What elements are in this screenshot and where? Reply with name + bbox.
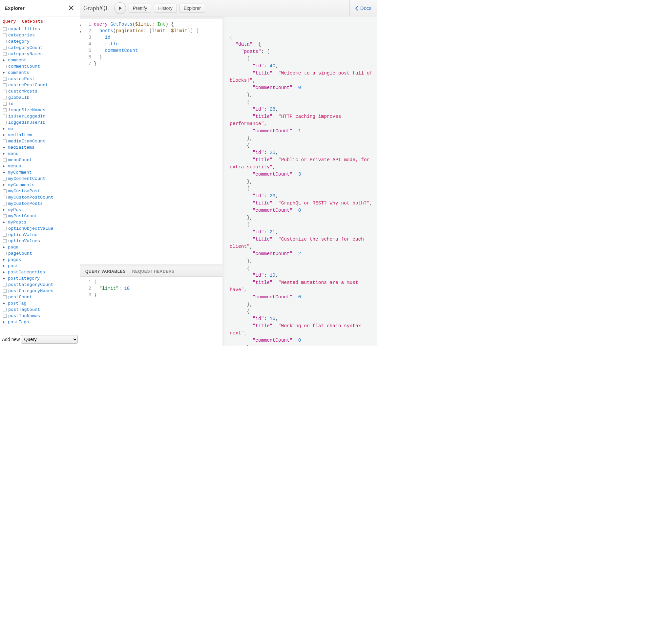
explorer-field-comments[interactable]: ▶comments: [2, 69, 78, 76]
chevron-right-icon: ▶: [3, 319, 6, 325]
explorer-field-category[interactable]: category: [2, 38, 78, 45]
explorer-field-customPost[interactable]: customPost: [2, 76, 78, 82]
tab-request-headers[interactable]: REQUEST HEADERS: [132, 269, 175, 274]
explorer-field-optionValue[interactable]: optionValue: [2, 232, 78, 238]
explorer-field-postTag[interactable]: ▶postTag: [2, 300, 78, 306]
field-label: mediaItemCount: [8, 138, 45, 145]
explorer-button[interactable]: Explorer: [180, 4, 205, 13]
explorer-field-menuCount[interactable]: menuCount: [2, 157, 78, 163]
checkbox-icon: [3, 33, 7, 37]
checkbox-icon: [3, 108, 7, 112]
explorer-field-myCustomPosts[interactable]: myCustomPosts: [2, 201, 78, 207]
explorer-field-loggedInUserID[interactable]: loggedInUserID: [2, 120, 78, 126]
checkbox-icon: [3, 89, 7, 93]
explorer-field-commentCount[interactable]: commentCount: [2, 63, 78, 69]
field-label: myComments: [8, 182, 34, 188]
explorer-field-categoryNames[interactable]: categoryNames: [2, 51, 78, 57]
checkbox-icon: [3, 295, 7, 299]
explorer-field-mediaItems[interactable]: ▶mediaItems: [2, 145, 78, 151]
explorer-field-list[interactable]: query GetPosts capabilitiescategoriescat…: [0, 16, 80, 333]
explorer-header: Explorer: [0, 0, 80, 16]
add-new-select[interactable]: Query: [21, 335, 78, 344]
explorer-field-id[interactable]: id: [2, 101, 78, 107]
chevron-right-icon: ▶: [3, 182, 6, 188]
query-editor[interactable]: 1▼2▼34567 query GetPosts($limit: Int) { …: [80, 19, 222, 264]
field-label: postTag: [8, 300, 27, 306]
explorer-field-customPosts[interactable]: customPosts: [2, 88, 78, 94]
explorer-field-pageCount[interactable]: pageCount: [2, 250, 78, 257]
explorer-field-customPostCount[interactable]: customPostCount: [2, 82, 78, 88]
variables-editor[interactable]: 123 { "limit": 10}: [80, 277, 222, 346]
field-label: customPost: [8, 76, 35, 82]
explorer-field-myComment[interactable]: ▶myComment: [2, 169, 78, 176]
field-label: myCommentCount: [8, 176, 45, 182]
field-label: me: [8, 126, 13, 132]
explorer-field-categoryCount[interactable]: categoryCount: [2, 45, 78, 51]
explorer-field-postTags[interactable]: ▶postTags: [2, 319, 78, 325]
checkbox-icon: [3, 233, 7, 237]
checkbox-icon: [3, 196, 7, 199]
chevron-right-icon: ▶: [3, 257, 6, 263]
checkbox-icon: [3, 289, 7, 293]
explorer-field-myComments[interactable]: ▶myComments: [2, 182, 78, 188]
explorer-field-myPostCount[interactable]: myPostCount: [2, 213, 78, 219]
field-label: postCategories: [8, 269, 45, 275]
chevron-right-icon: ▶: [3, 269, 6, 275]
checkbox-icon: [3, 177, 7, 181]
tab-query-variables[interactable]: QUERY VARIABLES: [85, 269, 126, 274]
checkbox-icon: [3, 189, 7, 193]
explorer-field-capabilities[interactable]: capabilities: [2, 26, 78, 32]
query-name-input[interactable]: GetPosts: [20, 18, 45, 25]
explorer-field-postTagCount[interactable]: postTagCount: [2, 306, 78, 313]
explorer-field-myCustomPost[interactable]: myCustomPost: [2, 188, 78, 194]
explorer-field-pages[interactable]: ▶pages: [2, 257, 78, 263]
explorer-field-isUserLoggedIn[interactable]: isUserLoggedIn: [2, 113, 78, 120]
explorer-footer: Add new Query: [0, 333, 80, 346]
explorer-field-optionValues[interactable]: optionValues: [2, 238, 78, 244]
field-label: menu: [8, 151, 18, 157]
checkbox-icon: [3, 77, 7, 81]
explorer-field-postTagNames[interactable]: postTagNames: [2, 313, 78, 319]
history-button[interactable]: History: [154, 4, 177, 13]
explorer-field-myPost[interactable]: ▶myPost: [2, 207, 78, 213]
explorer-field-mediaItem[interactable]: ▶mediaItem: [2, 132, 78, 138]
explorer-field-post[interactable]: ▶post: [2, 263, 78, 269]
explorer-field-menu[interactable]: ▶menu: [2, 151, 78, 157]
result-pane[interactable]: { "data": { "posts": [ { "id": 40, "titl…: [224, 16, 377, 346]
execute-button[interactable]: [114, 2, 126, 14]
close-icon[interactable]: [67, 4, 75, 13]
field-label: id: [8, 101, 13, 107]
chevron-right-icon: ▶: [3, 275, 6, 281]
explorer-title: Explorer: [5, 5, 25, 11]
field-label: postTagCount: [8, 306, 40, 313]
docs-button[interactable]: Docs: [350, 0, 377, 16]
explorer-field-me[interactable]: ▶me: [2, 126, 78, 132]
explorer-field-categories[interactable]: categories: [2, 32, 78, 38]
field-label: imageSizeNames: [8, 107, 45, 113]
explorer-field-myCustomPostCount[interactable]: myCustomPostCount: [2, 194, 78, 201]
field-label: globalID: [8, 94, 29, 101]
field-label: customPosts: [8, 88, 37, 94]
explorer-field-postCategoryNames[interactable]: postCategoryNames: [2, 288, 78, 294]
explorer-field-imageSizeNames[interactable]: imageSizeNames: [2, 107, 78, 113]
explorer-field-postCategories[interactable]: ▶postCategories: [2, 269, 78, 275]
explorer-field-comment[interactable]: ▶comment: [2, 57, 78, 63]
explorer-query-header[interactable]: query GetPosts: [2, 18, 78, 25]
explorer-field-menus[interactable]: ▶menus: [2, 163, 78, 169]
field-label: commentCount: [8, 63, 40, 69]
explorer-field-globalID[interactable]: globalID: [2, 94, 78, 101]
explorer-field-postCategory[interactable]: ▶postCategory: [2, 275, 78, 281]
checkbox-icon: [3, 102, 7, 106]
graphiql-logo: GraphiQL: [83, 5, 109, 12]
chevron-right-icon: ▶: [3, 300, 6, 306]
explorer-field-myPosts[interactable]: ▶myPosts: [2, 219, 78, 225]
explorer-field-postCategoryCount[interactable]: postCategoryCount: [2, 281, 78, 288]
explorer-field-mediaItemCount[interactable]: mediaItemCount: [2, 138, 78, 145]
prettify-button[interactable]: Prettify: [129, 4, 152, 13]
field-label: postCategory: [8, 275, 40, 281]
explorer-field-postCount[interactable]: postCount: [2, 294, 78, 300]
explorer-field-page[interactable]: ▶page: [2, 244, 78, 250]
explorer-field-optionObjectValue[interactable]: optionObjectValue: [2, 225, 78, 232]
explorer-field-myCommentCount[interactable]: myCommentCount: [2, 176, 78, 182]
chevron-right-icon: ▶: [3, 151, 6, 157]
